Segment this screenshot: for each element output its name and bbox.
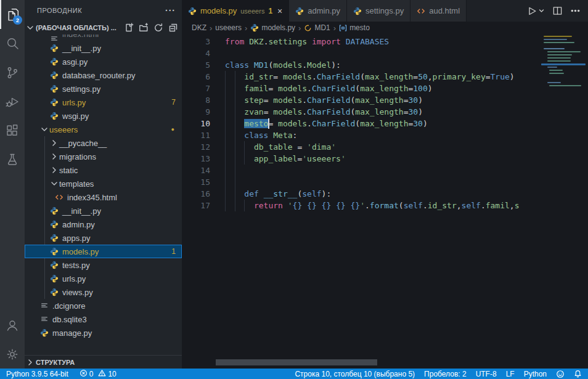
run-button[interactable] [526, 6, 545, 17]
close-icon[interactable]: × [277, 6, 282, 16]
activity-testing-icon[interactable] [0, 145, 25, 174]
tree-item-urls.py[interactable]: urls.py [25, 272, 182, 285]
breadcrumb-item-DKZ[interactable]: DKZ [192, 23, 206, 32]
feedback-icon[interactable] [556, 370, 565, 378]
activity-account-icon[interactable] [0, 311, 25, 340]
code-token: ): [331, 60, 341, 70]
tree-item-label: wsgi.py [62, 112, 89, 121]
code-line-content: id_str= models.CharField(max_length=50,p… [225, 71, 515, 83]
minimap-line [547, 67, 557, 68]
code-token [249, 60, 254, 70]
tree-item-db.sqlite3[interactable]: db.sqlite3 [25, 312, 182, 326]
code-token [302, 142, 307, 152]
notifications-bell-icon[interactable] [574, 370, 582, 378]
code-token: . [302, 96, 307, 105]
tree-item-migrations[interactable]: migrations [25, 150, 182, 163]
tree-item-.dcignore[interactable]: .dcignore [25, 299, 182, 312]
code-token [283, 201, 288, 210]
new-file-icon[interactable] [124, 23, 134, 33]
tree-item-tests.py[interactable]: tests.py [25, 258, 182, 272]
config-file-icon [39, 315, 49, 324]
code-token: max_length [365, 72, 413, 81]
tree-item-settings.py[interactable]: settings.py [25, 82, 182, 96]
tree-item-models.py[interactable]: models.py1 [25, 245, 182, 258]
minimap-line [549, 85, 581, 86]
code-token: ): [322, 189, 332, 198]
chevron-right-icon [49, 138, 59, 148]
outline-section-header[interactable]: СТРУКТУРА [25, 355, 182, 369]
tab-aud.html[interactable]: aud.html [410, 0, 467, 22]
cursor-position-status[interactable]: Строка 10, столбец 10 (выбрано 5) [295, 370, 415, 378]
tree-item-admin.py[interactable]: admin.py [25, 218, 182, 231]
activity-search-icon[interactable] [0, 29, 25, 58]
breadcrumb-item-mesto[interactable]: mesto [339, 23, 370, 32]
language-mode-status[interactable]: Python [524, 370, 547, 378]
indent-guide [225, 188, 226, 200]
tree-item-index345.html[interactable]: index345.html [25, 190, 182, 204]
tree-item-useeers[interactable]: useeers● [25, 123, 182, 136]
breadcrumb-item-models.py[interactable]: models.py [250, 23, 295, 32]
tab-admin.py[interactable]: admin.py [289, 0, 347, 22]
code-editor[interactable]: 3from DKZ.settings import DATABASES45cla… [182, 34, 588, 369]
activity-badge: 2 [13, 15, 22, 25]
tree-item-index.html[interactable]: index.html [25, 35, 182, 41]
indent-guide [235, 141, 235, 153]
outline-section-label: СТРУКТУРА [36, 359, 75, 366]
tab-settings.py[interactable]: settings.py [347, 0, 410, 22]
new-folder-icon[interactable] [139, 23, 149, 33]
activity-source-control-icon[interactable] [0, 58, 25, 87]
code-token [225, 142, 254, 152]
encoding-status[interactable]: UTF-8 [476, 370, 497, 378]
code-token: Model [307, 60, 331, 70]
more-actions-icon[interactable]: ··· [165, 6, 176, 15]
code-token: models [278, 119, 307, 128]
eol-status[interactable]: LF [506, 370, 515, 378]
tree-item-templates[interactable]: templates [25, 177, 182, 190]
activity-explorer-icon[interactable]: 2 [0, 0, 25, 29]
tree-item-apps.py[interactable]: apps.py [25, 231, 182, 245]
more-actions-button[interactable] [570, 6, 581, 16]
indent-guide [244, 141, 245, 153]
tab-models.py[interactable]: models.pyuseeers1× [182, 0, 289, 22]
refresh-icon[interactable] [153, 23, 163, 33]
tab-label: models.py [200, 6, 237, 15]
tree-item-__init__.py[interactable]: __init__.py [25, 204, 182, 218]
tree-item-static[interactable]: static [25, 163, 182, 177]
code-line-content: mesto= models.CharField(max_length=30) [225, 118, 428, 129]
line-number: 10 [182, 118, 210, 129]
tree-item-__init__.py[interactable]: __init__.py [25, 41, 182, 55]
split-editor-button[interactable] [552, 6, 563, 16]
tree-item-asgi.py[interactable]: asgi.py [25, 55, 182, 68]
code-line-content: def __str__(self): [225, 188, 331, 200]
code-line-5: 5class MD1(models.Model): [182, 59, 540, 71]
code-token: 100 [413, 84, 427, 93]
minimap-line [544, 48, 565, 49]
tree-item-wsgi.py[interactable]: wsgi.py [25, 109, 182, 123]
tree-item-urls.py[interactable]: urls.py7 [25, 96, 182, 109]
minimap-line [547, 82, 561, 83]
workspace-section-header[interactable]: (РАБОЧАЯ ОБЛАСТЬ) ... [25, 21, 182, 35]
tree-item-manage.py[interactable]: manage.py [25, 326, 182, 340]
python-file-icon [49, 112, 59, 120]
horizontal-scrollbar[interactable] [216, 359, 377, 365]
python-interpreter-status[interactable]: Python 3.9.5 64-bit [6, 370, 68, 378]
tree-item-label: static [59, 166, 78, 175]
indentation-status[interactable]: Пробелов: 2 [424, 370, 467, 378]
collapse-all-icon[interactable] [168, 23, 178, 33]
code-token: CharField [312, 84, 355, 93]
minimap-line [547, 60, 571, 62]
breadcrumb-item-useeers[interactable]: useeers [215, 23, 242, 32]
problems-status[interactable]: 0 10 [80, 369, 116, 379]
tree-item-views.py[interactable]: views.py [25, 285, 182, 299]
minimap[interactable] [542, 36, 583, 369]
activity-run-debug-icon[interactable] [0, 87, 25, 116]
tree-item-__pycache__[interactable]: __pycache__ [25, 136, 182, 150]
activity-settings-gear-icon[interactable] [0, 340, 25, 369]
code-token [273, 119, 278, 128]
tree-item-database_roouter.py[interactable]: database_roouter.py [25, 68, 182, 82]
line-number: 15 [182, 176, 210, 188]
activity-extensions-icon[interactable] [0, 116, 25, 145]
indent-guide [235, 153, 235, 165]
breadcrumb-item-MD1[interactable]: MD1 [304, 23, 330, 32]
code-line-15: 15 [182, 176, 540, 188]
